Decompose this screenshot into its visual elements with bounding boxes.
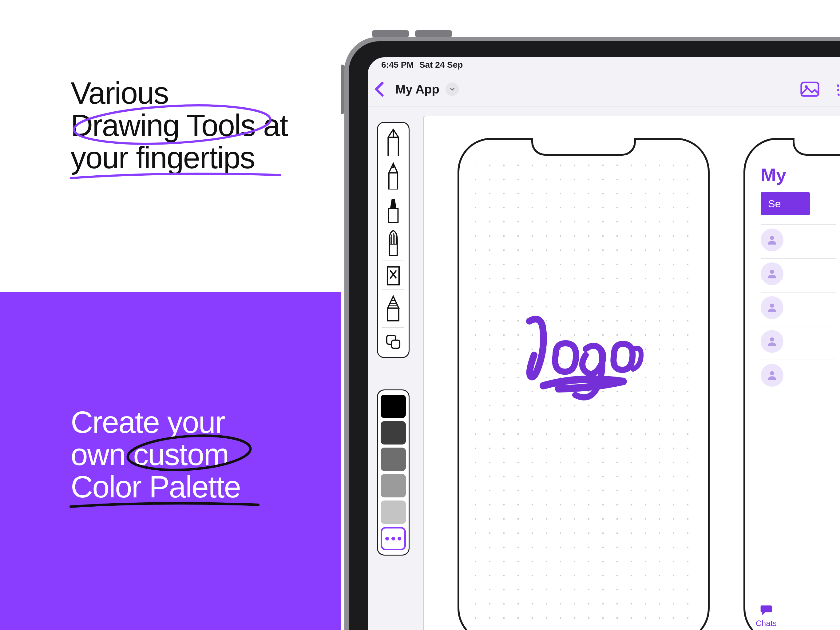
person-icon (766, 301, 778, 314)
svg-point-11 (770, 337, 774, 342)
avatar (761, 229, 783, 251)
list-item[interactable] (761, 326, 836, 356)
insert-image-button[interactable] (800, 81, 820, 97)
ipad-volume-down (415, 30, 452, 38)
svg-point-8 (770, 236, 774, 240)
person-icon (766, 369, 778, 381)
svg-rect-7 (392, 340, 400, 348)
list-item[interactable] (761, 224, 836, 255)
tab-label: Chats (756, 619, 777, 628)
status-bar: 6:45 PM Sat 24 Sep (368, 57, 840, 73)
ipad-volume-up (372, 30, 409, 38)
marketing-panel: Various Drawing Tools at your fingertips… (0, 0, 341, 630)
insert-text-button[interactable] (837, 81, 840, 97)
avatar (761, 330, 783, 353)
document-title[interactable]: My App (395, 82, 439, 96)
status-date: Sat 24 Sep (419, 60, 463, 70)
color-swatch-3[interactable] (381, 448, 406, 471)
svg-point-9 (770, 270, 774, 274)
phone2-content: My Se (761, 164, 836, 630)
svg-point-10 (770, 304, 774, 308)
chat-bubble-icon (758, 603, 774, 617)
fill-icon (384, 295, 402, 322)
color-swatch-1[interactable] (381, 395, 406, 418)
nav-bar: My App (368, 73, 840, 106)
image-icon (800, 81, 820, 97)
list-item[interactable] (761, 292, 836, 323)
person-icon (766, 268, 778, 280)
drawing-tool-rail (377, 122, 409, 358)
tool-separator (382, 327, 404, 328)
shapes-tool[interactable] (381, 329, 406, 354)
person-icon (766, 335, 778, 348)
canvas-area: My Se (368, 106, 840, 630)
brush-icon (384, 228, 402, 256)
back-button[interactable] (371, 80, 389, 98)
color-swatch-2[interactable] (381, 421, 406, 445)
avatar (761, 296, 783, 319)
phone2-title: My (761, 164, 836, 185)
color-palette-rail (377, 389, 409, 556)
ipad-frame: 6:45 PM Sat 24 Sep My App (344, 37, 840, 630)
tool-separator (382, 261, 404, 261)
eraser-tool[interactable] (381, 263, 406, 288)
canvas-viewport[interactable]: My Se (423, 116, 840, 630)
marker-tool[interactable] (381, 192, 406, 225)
list-item[interactable] (761, 359, 836, 390)
brush-tool[interactable] (381, 225, 406, 259)
svg-rect-2 (801, 82, 818, 96)
phone2-tab-chats[interactable]: Chats (756, 603, 777, 628)
svg-point-12 (770, 371, 774, 375)
pencil-tool[interactable] (381, 159, 406, 192)
phone-artboard-2[interactable]: My Se (744, 138, 836, 630)
more-colors-button[interactable] (381, 527, 406, 550)
headline-drawing-tools: Various Drawing Tools at your fingertips (71, 77, 332, 174)
phone2-chat-list (761, 224, 836, 390)
person-icon (766, 234, 778, 246)
headline-line: Create your (71, 405, 224, 439)
phone2-search-field[interactable]: Se (761, 192, 810, 215)
headline-color-palette: Create your own custom Color Palette (71, 406, 317, 503)
ipad-screen: 6:45 PM Sat 24 Sep My App (368, 57, 840, 630)
phone-artboard-1[interactable] (458, 138, 710, 630)
chevron-down-icon (449, 86, 456, 93)
phone-notch (531, 138, 636, 156)
headline-line: Color Palette (71, 469, 240, 504)
status-time: 6:45 PM (381, 60, 414, 70)
fill-tool[interactable] (381, 292, 406, 325)
svg-rect-5 (387, 267, 399, 285)
headline-line: Drawing Tools at (71, 108, 287, 142)
eraser-icon (384, 261, 402, 289)
color-swatch-5[interactable] (381, 500, 406, 524)
text-block-icon (837, 81, 840, 97)
chevron-left-icon (371, 80, 389, 98)
list-item[interactable] (761, 258, 836, 289)
shapes-icon (384, 328, 402, 356)
marker-icon (384, 195, 402, 223)
avatar (761, 364, 783, 387)
phone-notch (793, 138, 840, 156)
tool-separator (382, 290, 404, 290)
headline-line: Various (71, 76, 169, 110)
headline-line: own custom (71, 437, 229, 472)
pencil-icon (384, 162, 402, 190)
dot-icon (385, 537, 389, 540)
svg-rect-4 (838, 83, 840, 95)
nav-tools (800, 73, 840, 106)
pen-tool[interactable] (381, 126, 406, 159)
title-dropdown[interactable] (445, 82, 459, 96)
dot-icon (398, 537, 401, 540)
color-swatch-4[interactable] (381, 474, 406, 497)
avatar (761, 263, 783, 285)
handwritten-logo-icon (513, 309, 645, 401)
headline-line: your fingertips (71, 140, 254, 175)
dot-icon (392, 537, 395, 540)
ipad-bezel: 6:45 PM Sat 24 Sep My App (349, 41, 840, 630)
pen-icon (384, 128, 402, 156)
